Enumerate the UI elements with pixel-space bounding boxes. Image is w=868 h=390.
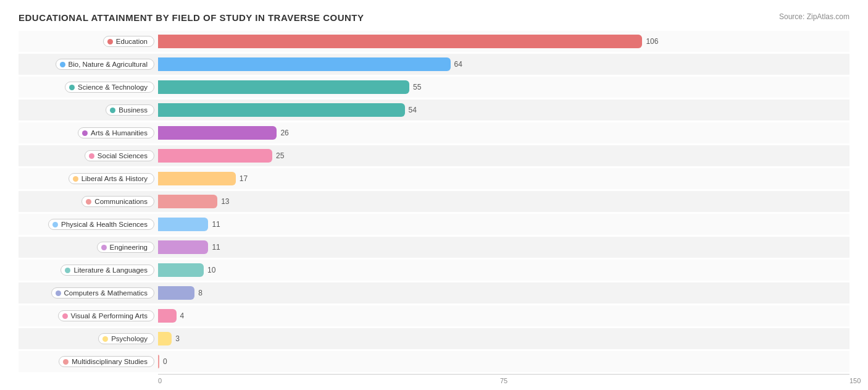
- bar-label-dot: [65, 268, 70, 273]
- bar-container: 10: [154, 263, 849, 277]
- bar-label-dot: [89, 153, 94, 159]
- bar-label: Bio, Nature & Agricultural: [19, 59, 154, 70]
- bar-label: Computers & Mathematics: [19, 287, 154, 299]
- bar-value-label: 26: [280, 129, 288, 137]
- bar-value-label: 0: [163, 357, 167, 366]
- bar-container: 4: [154, 309, 849, 323]
- bar: [158, 103, 405, 117]
- bar-label-dot: [102, 336, 108, 342]
- axis-area: 075150: [158, 374, 849, 384]
- bar-label-dot: [73, 176, 78, 182]
- bar-label-text: Business: [119, 106, 148, 114]
- chart-area: Education106Bio, Nature & Agricultural64…: [19, 31, 849, 384]
- bar-label: Communications: [19, 196, 154, 207]
- bar-row: Education106: [19, 31, 849, 52]
- bar-row: Psychology3: [19, 328, 849, 349]
- chart-wrapper: EDUCATIONAL ATTAINMENT BY FIELD OF STUDY…: [19, 12, 849, 384]
- bar-container: 3: [154, 332, 849, 345]
- bar-label: Multidisciplinary Studies: [19, 356, 154, 367]
- bar-label-pill: Liberal Arts & History: [69, 173, 154, 184]
- bar-label-pill: Literature & Languages: [61, 265, 154, 276]
- bar-value-label: 10: [207, 266, 215, 274]
- bar-row: Business54: [19, 100, 849, 121]
- bar-label-text: Literature & Languages: [73, 266, 148, 274]
- bar-row: Literature & Languages10: [19, 260, 849, 281]
- bar-label-dot: [101, 245, 107, 250]
- bar-value-label: 17: [240, 174, 248, 183]
- bar-label: Arts & Humanities: [19, 127, 154, 138]
- bar-value-label: 11: [212, 220, 220, 229]
- bar-container: 64: [154, 57, 849, 71]
- bar-label-pill: Business: [106, 104, 154, 116]
- bar-label-text: Liberal Arts & History: [81, 175, 148, 182]
- bar: [158, 57, 451, 71]
- bar-label-text: Education: [116, 38, 148, 45]
- bar-label-pill: Arts & Humanities: [78, 127, 154, 138]
- bar: [158, 80, 409, 94]
- bar-label: Education: [19, 36, 154, 47]
- bar-container: 25: [154, 149, 849, 163]
- bar-label-pill: Science & Technology: [65, 82, 154, 93]
- bar-value-label: 4: [180, 312, 185, 320]
- bar-value-label: 11: [212, 243, 220, 252]
- bar-container: 55: [154, 80, 849, 94]
- bar-label-text: Physical & Health Sciences: [61, 221, 148, 228]
- bar-value-label: 25: [276, 151, 284, 160]
- bar-label-pill: Psychology: [98, 333, 154, 344]
- bar-value-label: 54: [409, 106, 417, 114]
- bar-label: Physical & Health Sciences: [19, 219, 154, 230]
- bar-label-text: Arts & Humanities: [91, 129, 148, 137]
- bar: [158, 309, 177, 323]
- bar: [158, 195, 217, 208]
- bar-label: Liberal Arts & History: [19, 173, 154, 184]
- bar-label-text: Computers & Mathematics: [64, 289, 148, 297]
- bar-container: 106: [154, 35, 849, 48]
- bar-value-label: 55: [413, 83, 421, 91]
- bar-container: 11: [154, 218, 849, 231]
- bar-label-text: Science & Technology: [78, 83, 148, 91]
- bar-label-dot: [52, 222, 58, 227]
- bar: [158, 286, 194, 300]
- bars-container: Education106Bio, Nature & Agricultural64…: [19, 31, 849, 372]
- bar: [158, 240, 208, 254]
- bar-label-dot: [56, 290, 61, 296]
- source-label: Source: ZipAtlas.com: [779, 12, 849, 21]
- bar-label-dot: [69, 85, 75, 90]
- bar-container: 13: [154, 195, 849, 208]
- bar-value-label: 8: [198, 289, 202, 297]
- chart-title: EDUCATIONAL ATTAINMENT BY FIELD OF STUDY…: [19, 12, 364, 23]
- bar-row: Multidisciplinary Studies0: [19, 351, 849, 372]
- bar-label: Engineering: [19, 242, 154, 253]
- bar-row: Physical & Health Sciences11: [19, 214, 849, 235]
- bar-label-pill: Communications: [81, 196, 154, 207]
- bar: [158, 355, 159, 368]
- bar-label: Psychology: [19, 333, 154, 344]
- bar-label-text: Engineering: [110, 244, 148, 251]
- bar-row: Science & Technology55: [19, 77, 849, 98]
- bar-label-dot: [107, 39, 113, 45]
- bar-container: 11: [154, 240, 849, 254]
- bar-label: Social Sciences: [19, 150, 154, 161]
- bar-row: Bio, Nature & Agricultural64: [19, 54, 849, 75]
- bar-row: Arts & Humanities26: [19, 122, 849, 143]
- bar-label-text: Psychology: [111, 335, 148, 342]
- bar-container: 54: [154, 103, 849, 117]
- bar-row: Engineering11: [19, 237, 849, 258]
- bar-label-pill: Social Sciences: [85, 150, 154, 161]
- bar-label-pill: Engineering: [97, 242, 154, 253]
- bar-label-dot: [110, 108, 115, 113]
- bar: [158, 172, 236, 185]
- bar: [158, 149, 272, 163]
- bar-container: 8: [154, 286, 849, 300]
- bar-label-dot: [62, 313, 68, 319]
- bar-label: Visual & Performing Arts: [19, 310, 154, 321]
- bar-label-text: Social Sciences: [98, 152, 148, 159]
- bar-label-dot: [60, 62, 65, 67]
- bar-label: Business: [19, 104, 154, 116]
- bar-label-pill: Visual & Performing Arts: [58, 310, 154, 321]
- bar-label-dot: [86, 199, 91, 205]
- bar-value-label: 106: [646, 37, 658, 46]
- bar-value-label: 3: [175, 334, 180, 343]
- bar-container: 17: [154, 172, 849, 185]
- bar-container: 26: [154, 126, 849, 140]
